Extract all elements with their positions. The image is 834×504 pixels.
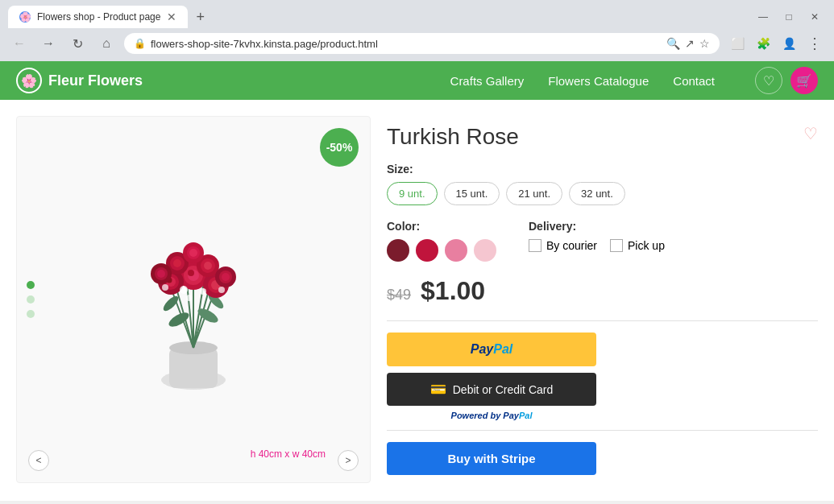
dot-1[interactable] <box>27 281 35 289</box>
image-dots <box>27 281 35 318</box>
color-pink[interactable] <box>445 239 467 262</box>
powered-text: Powered by <box>451 411 501 420</box>
svg-point-43 <box>218 287 225 293</box>
tab-close-button[interactable]: ✕ <box>167 10 176 23</box>
image-dimensions: h 40cm x w 40cm <box>251 448 326 460</box>
site-nav: 🌸 Fleur Flowers Crafts Gallery Flowers C… <box>0 61 834 100</box>
share-icon[interactable]: ↗ <box>685 37 695 50</box>
product-area: -50% <box>0 100 834 499</box>
image-prev-button[interactable]: < <box>28 450 49 471</box>
menu-button[interactable]: ⋮ <box>803 32 826 55</box>
url-text: flowers-shop-site-7kvhx.kinsta.page/prod… <box>151 38 378 50</box>
new-tab-button[interactable]: + <box>188 4 213 31</box>
bookmark-icon[interactable]: ☆ <box>699 37 710 50</box>
old-price: $49 <box>387 287 411 304</box>
product-image <box>89 187 298 412</box>
address-bar: ← → ↻ ⌂ 🔒 flowers-shop-site-7kvhx.kinsta… <box>0 29 834 61</box>
svg-point-17 <box>188 270 194 276</box>
cart-button[interactable]: 🛒 <box>790 67 818 94</box>
color-dark-red[interactable] <box>387 239 409 262</box>
powered-brand: PayPal <box>503 411 532 420</box>
powered-by-paypal: Powered by PayPal <box>387 411 596 420</box>
tab-title: Flowers shop - Product page <box>37 11 160 23</box>
color-red[interactable] <box>416 239 438 262</box>
logo-text: Fleur Flowers <box>48 72 143 89</box>
close-button[interactable]: ✕ <box>803 6 826 28</box>
extensions-icon[interactable]: 🧩 <box>752 32 774 55</box>
color-options <box>387 239 496 262</box>
courier-checkbox[interactable] <box>529 239 541 252</box>
size-btn-15[interactable]: 15 unt. <box>444 182 500 205</box>
delivery-section: Delivery: By courier Pick up <box>529 220 665 262</box>
card-icon: 💳 <box>430 382 446 397</box>
delivery-options: By courier Pick up <box>529 239 665 252</box>
svg-point-40 <box>180 286 188 294</box>
copy-icon[interactable]: ⬜ <box>726 32 749 55</box>
minimize-button[interactable]: — <box>752 6 774 28</box>
home-button[interactable]: ⌂ <box>95 32 118 55</box>
color-light-pink[interactable] <box>474 239 496 262</box>
browser-chrome: 🌸 Flowers shop - Product page ✕ + — □ ✕ … <box>0 0 834 61</box>
stripe-button[interactable]: Buy with Stripe <box>387 442 596 475</box>
svg-point-27 <box>173 259 181 267</box>
refresh-button[interactable]: ↻ <box>66 32 89 55</box>
wishlist-icon[interactable]: ♡ <box>803 124 818 143</box>
logo-icon: 🌸 <box>16 68 42 93</box>
back-button[interactable]: ← <box>8 32 31 55</box>
product-title: Turkish Rose <box>387 124 519 150</box>
dot-3[interactable] <box>27 310 35 318</box>
delivery-pickup-option[interactable]: Pick up <box>610 239 665 252</box>
svg-point-30 <box>204 262 212 270</box>
toolbar-icons: ⬜ 🧩 👤 ⋮ <box>726 32 826 55</box>
nav-links: Crafts Gallery Flowers Catalogue Contact… <box>450 67 818 94</box>
dot-2[interactable] <box>27 295 35 304</box>
maximize-button[interactable]: □ <box>778 6 800 28</box>
window-controls: — □ ✕ <box>752 6 826 28</box>
delivery-label: Delivery: <box>529 220 665 233</box>
stripe-label: Buy with Stripe <box>447 452 535 465</box>
price-row: $49 $1.00 <box>387 276 818 306</box>
nav-contact[interactable]: Contact <box>673 74 715 88</box>
svg-point-33 <box>189 249 197 257</box>
pickup-label: Pick up <box>628 239 665 252</box>
forward-button[interactable]: → <box>37 32 60 55</box>
tab-favicon: 🌸 <box>19 11 31 23</box>
product-image-section: -50% <box>16 116 371 483</box>
site-logo[interactable]: 🌸 Fleur Flowers <box>16 68 143 93</box>
page-content: 🌸 Fleur Flowers Crafts Gallery Flowers C… <box>0 61 834 501</box>
courier-label: By courier <box>546 239 597 252</box>
paypal-button[interactable]: PayPal <box>387 333 596 366</box>
url-actions: 🔍 ↗ ☆ <box>666 37 710 50</box>
browser-tab[interactable]: 🌸 Flowers shop - Product page ✕ <box>8 6 188 28</box>
color-section: Color: <box>387 220 496 262</box>
wishlist-button[interactable]: ♡ <box>755 67 782 94</box>
size-btn-9[interactable]: 9 unt. <box>387 182 438 205</box>
image-next-button[interactable]: > <box>338 450 359 471</box>
size-label: Size: <box>387 163 818 176</box>
size-options: 9 unt. 15 unt. 21 unt. 32 unt. <box>387 182 818 205</box>
nav-crafts-gallery[interactable]: Crafts Gallery <box>450 74 525 88</box>
svg-point-36 <box>157 270 165 278</box>
discount-badge: -50% <box>320 128 359 167</box>
size-btn-21[interactable]: 21 unt. <box>506 182 562 205</box>
product-details: Turkish Rose ♡ Size: 9 unt. 15 unt. 21 u… <box>387 116 818 483</box>
url-bar[interactable]: 🔒 flowers-shop-site-7kvhx.kinsta.page/pr… <box>124 33 720 54</box>
paypal-logo: PayPal <box>471 342 512 357</box>
divider-1 <box>387 320 818 321</box>
svg-point-44 <box>186 295 193 301</box>
search-icon[interactable]: 🔍 <box>666 37 680 50</box>
size-btn-32[interactable]: 32 unt. <box>569 182 625 205</box>
new-price: $1.00 <box>421 276 485 306</box>
svg-point-42 <box>162 284 168 291</box>
delivery-courier-option[interactable]: By courier <box>529 239 597 252</box>
nav-icons: ♡ 🛒 <box>755 67 818 94</box>
color-delivery-row: Color: Delivery: By courier <box>387 220 818 262</box>
profile-icon[interactable]: 👤 <box>778 32 800 55</box>
card-button[interactable]: 💳 Debit or Credit Card <box>387 373 596 406</box>
lock-icon: 🔒 <box>134 38 146 49</box>
product-title-row: Turkish Rose ♡ <box>387 124 818 150</box>
svg-point-39 <box>222 273 230 281</box>
nav-flowers-catalogue[interactable]: Flowers Catalogue <box>548 74 649 88</box>
card-label: Debit or Credit Card <box>453 383 554 396</box>
pickup-checkbox[interactable] <box>610 239 623 252</box>
